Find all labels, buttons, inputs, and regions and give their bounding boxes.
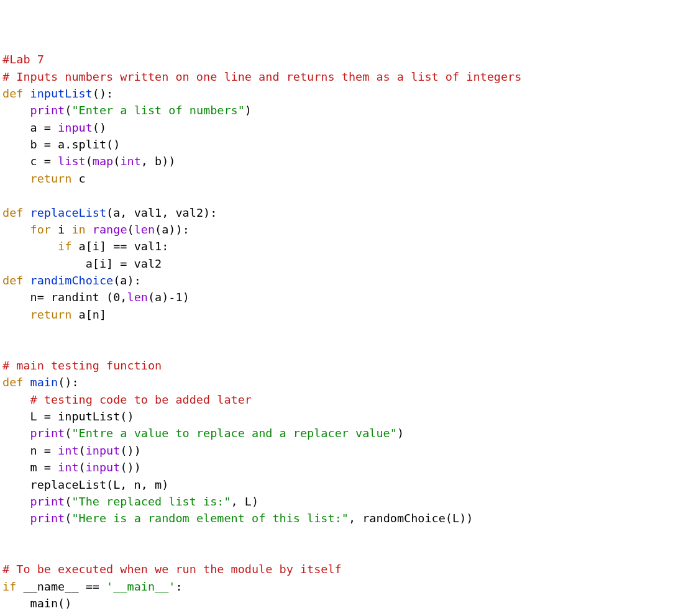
code-token: ()): [120, 461, 140, 474]
code-token: main(): [2, 597, 71, 610]
code-token: int: [58, 444, 78, 457]
code-line: def randimChoice(a):: [2, 272, 686, 289]
code-token: a[i] == val1:: [71, 240, 168, 253]
code-token: [23, 274, 30, 287]
code-token: print: [30, 427, 65, 440]
code-line: L = inputList(): [2, 408, 686, 425]
code-token: return: [30, 308, 72, 321]
code-token: [2, 495, 30, 508]
code-token: m =: [2, 461, 58, 474]
code-line: [2, 544, 686, 561]
code-token: [2, 393, 30, 406]
code-token: , b)): [141, 155, 176, 168]
code-token: '__main__': [106, 580, 175, 593]
code-line: def inputList():: [2, 85, 686, 102]
code-token: [23, 376, 30, 389]
code-line: n = int(input()): [2, 442, 686, 459]
code-token: [23, 206, 30, 219]
code-line: # main testing function: [2, 357, 686, 374]
code-token: (a)-: [148, 291, 176, 304]
code-token: "Enter a list of numbers": [71, 104, 244, 117]
code-line: m = int(input()): [2, 459, 686, 476]
code-token: (a):: [113, 274, 141, 287]
code-token: [2, 427, 30, 440]
code-token: # main testing function: [2, 359, 162, 372]
code-line: return a[n]: [2, 306, 686, 323]
code-line: # Inputs numbers written on one line and…: [2, 68, 686, 85]
code-line: #Lab 7: [2, 51, 686, 68]
code-token: randimChoice: [30, 274, 114, 287]
code-token: [2, 308, 30, 321]
code-token: :: [175, 580, 182, 593]
code-token: (: [65, 427, 71, 440]
code-token: if: [2, 580, 16, 593]
code-line: replaceList(L, n, m): [2, 476, 686, 493]
code-line: b = a.split(): [2, 136, 686, 153]
code-line: print("Entre a value to replace and a re…: [2, 425, 686, 442]
code-token: n= randint (: [2, 291, 113, 304]
code-token: (a, val1, val2):: [106, 206, 217, 219]
code-token: a =: [2, 121, 58, 134]
code-token: input: [86, 461, 121, 474]
code-line: main(): [2, 595, 686, 612]
code-token: range: [93, 223, 127, 236]
code-token: print: [30, 495, 65, 508]
code-token: ():: [93, 87, 113, 100]
code-token: # To be executed when we run the module …: [2, 563, 342, 576]
code-line: def main():: [2, 374, 686, 391]
code-token: list: [58, 155, 86, 168]
code-token: int: [120, 155, 140, 168]
code-token: "Entre a value to replace and a replacer…: [71, 427, 396, 440]
code-token: print: [30, 104, 65, 117]
code-line: print("The replaced list is:", L): [2, 493, 686, 510]
code-token: in: [71, 223, 85, 236]
code-line: # testing code to be added later: [2, 391, 686, 408]
code-token: b = a.split(): [2, 138, 120, 151]
code-token: i: [51, 223, 71, 236]
code-token: if: [58, 240, 71, 253]
code-token: ()): [120, 444, 140, 457]
code-line: # To be executed when we run the module …: [2, 561, 686, 578]
code-token: c =: [2, 155, 58, 168]
code-token: def: [2, 87, 23, 100]
code-token: return: [30, 172, 72, 185]
code-token: , L): [231, 495, 259, 508]
code-token: c: [71, 172, 85, 185]
code-token: [2, 240, 58, 253]
code-token: a[n]: [71, 308, 106, 321]
code-token: ): [183, 291, 190, 304]
code-token: (: [65, 495, 71, 508]
code-token: int: [58, 461, 78, 474]
code-line: if a[i] == val1:: [2, 238, 686, 255]
code-token: #Lab 7: [2, 53, 44, 66]
code-token: "The replaced list is:": [71, 495, 231, 508]
code-token: len: [134, 223, 155, 236]
code-token: a[i] = val2: [2, 257, 162, 270]
code-block: #Lab 7# Inputs numbers written on one li…: [2, 51, 686, 612]
code-token: # Inputs numbers written on one line and…: [2, 70, 521, 83]
code-token: (: [65, 104, 71, 117]
code-token: print: [30, 512, 65, 525]
code-token: input: [86, 444, 121, 457]
code-token: [86, 223, 93, 236]
code-token: map: [93, 155, 113, 168]
code-line: n= randint (0,len(a)-1): [2, 289, 686, 306]
code-token: for: [30, 223, 51, 236]
code-token: [23, 87, 30, 100]
code-line: [2, 323, 686, 340]
code-token: L = inputList(): [2, 410, 134, 423]
code-line: return c: [2, 170, 686, 187]
code-token: , randomChoice(L)): [349, 512, 473, 525]
code-token: def: [2, 274, 23, 287]
code-token: __name__ ==: [16, 580, 106, 593]
code-token: ): [245, 104, 252, 117]
code-line: [2, 187, 686, 204]
code-token: (: [113, 155, 120, 168]
code-token: (: [79, 444, 86, 457]
code-line: def replaceList(a, val1, val2):: [2, 204, 686, 221]
code-token: "Here is a random element of this list:": [71, 512, 349, 525]
code-token: [2, 104, 30, 117]
code-token: [2, 223, 30, 236]
code-token: inputList: [30, 87, 93, 100]
code-token: ,: [120, 291, 127, 304]
